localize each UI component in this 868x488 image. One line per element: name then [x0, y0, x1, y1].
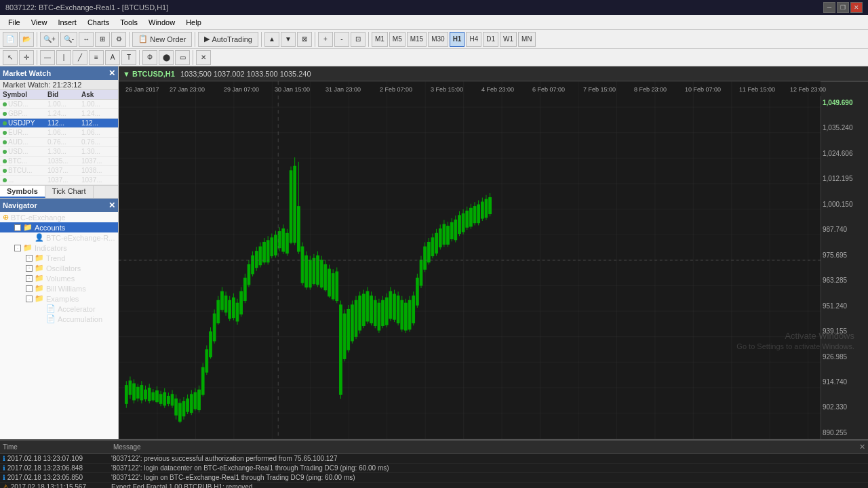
chart-main[interactable]: 1,049.690 1,035.240 1,024.606 1,012.195 … — [119, 81, 868, 439]
sell-btn[interactable]: ▼ — [281, 32, 296, 47]
navigator-close[interactable]: ✕ — [108, 201, 115, 210]
ellipse-tool[interactable]: ⬤ — [159, 50, 174, 65]
symbol-cell: USD... — [3, 100, 47, 108]
text-tool[interactable]: A — [105, 50, 120, 65]
fit-chart[interactable]: ⊡ — [351, 32, 366, 47]
price-1: 1,049.690 — [823, 99, 867, 106]
restore-button[interactable]: ❐ — [837, 2, 849, 13]
market-watch-row[interactable]: ... 1037... 1037... — [0, 176, 118, 185]
market-watch-row[interactable]: BTC... 1035... 1037... — [0, 157, 118, 166]
status-dot — [3, 169, 7, 173]
folder-icon: 📁 — [35, 264, 44, 272]
market-watch-row[interactable]: USD... 1.30... 1.30... — [0, 147, 118, 157]
tab-tick-chart[interactable]: Tick Chart — [45, 186, 94, 198]
expand-icon[interactable]: - — [26, 296, 33, 302]
tab-symbols[interactable]: Symbols — [0, 186, 45, 198]
folder-icon: 📁 — [23, 243, 33, 252]
nav-item-btc-eexchange[interactable]: ⊕BTC-eExchange — [0, 212, 118, 222]
log-icon: ℹ — [3, 464, 5, 472]
menu-window[interactable]: Window — [143, 17, 180, 28]
close-button[interactable]: ✕ — [850, 2, 863, 13]
period-d1[interactable]: D1 — [483, 32, 498, 47]
ask-cell: 1038... — [81, 167, 115, 174]
market-watch-title: Market Watch — [3, 69, 51, 77]
fib-tool[interactable]: Φ — [142, 50, 157, 65]
buy-btn[interactable]: ▲ — [264, 32, 279, 47]
auto-trade-btn[interactable]: ▶ AutoTrading — [198, 32, 258, 47]
zoom-out-btn[interactable]: 🔍- — [60, 32, 77, 47]
rect-tool[interactable]: ▭ — [175, 50, 190, 65]
nav-item-indicators[interactable]: -📁Indicators — [0, 243, 118, 253]
market-watch-row[interactable]: GBP... 1.24... 1.24... — [0, 109, 118, 119]
nav-item-bill-williams[interactable]: -📁Bill Williams — [0, 283, 118, 293]
crosshair-tool[interactable]: ✛ — [19, 50, 34, 65]
price-6: 987.740 — [823, 226, 867, 233]
menu-tools[interactable]: Tools — [115, 17, 143, 28]
nav-item-accounts[interactable]: -📁Accounts — [0, 222, 118, 232]
auto-trade-label: AutoTrading — [212, 35, 252, 43]
period-w1[interactable]: W1 — [500, 32, 517, 47]
menu-insert[interactable]: Insert — [52, 17, 82, 28]
period-h1[interactable]: H1 — [450, 32, 465, 47]
period-m15[interactable]: M15 — [407, 32, 427, 47]
zoom-in-btn[interactable]: 🔍+ — [40, 32, 59, 47]
expand-icon[interactable]: - — [14, 245, 21, 251]
market-watch-row[interactable]: BTCU... 1037... 1038... — [0, 166, 118, 176]
expand-icon[interactable]: + — [26, 275, 33, 282]
expand-icon[interactable]: + — [26, 255, 33, 262]
chart-svg — [119, 81, 821, 439]
label-tool[interactable]: T — [121, 50, 136, 65]
scroll-btn[interactable]: ↔ — [79, 32, 94, 47]
nav-item-accelerator[interactable]: 📄Accelerator — [0, 304, 118, 314]
market-watch-row[interactable]: USD... 1.00... 1.00... — [0, 100, 118, 109]
log-time-col: Time — [3, 443, 108, 451]
minimize-button[interactable]: ─ — [823, 2, 835, 13]
properties-btn[interactable]: ⚙ — [111, 32, 126, 47]
nav-item-volumes[interactable]: +📁Volumes — [0, 273, 118, 283]
folder-icon: 📁 — [35, 274, 44, 283]
open-btn[interactable]: 📂 — [19, 32, 34, 47]
nav-item-accumulation[interactable]: 📄Accumulation — [0, 314, 118, 324]
market-watch-close[interactable]: ✕ — [108, 68, 115, 78]
market-watch-row[interactable]: EUR... 1.06... 1.06... — [0, 128, 118, 138]
log-msg: '8037122': login datacenter on BTC-eExch… — [111, 464, 865, 472]
nav-item-examples[interactable]: -📁Examples — [0, 293, 118, 304]
delete-tool[interactable]: ✕ — [196, 50, 211, 65]
zoomin-chart[interactable]: + — [318, 32, 333, 47]
vline-tool[interactable]: | — [56, 50, 71, 65]
trend-tool[interactable]: ╱ — [73, 50, 87, 65]
period-mn[interactable]: MN — [518, 32, 536, 47]
bid-cell: 112... — [47, 119, 81, 127]
period-h4[interactable]: H4 — [466, 32, 481, 47]
nav-item-oscillators[interactable]: +📁Oscillators — [0, 263, 118, 273]
channel-tool[interactable]: ≡ — [89, 50, 104, 65]
market-watch-row[interactable]: AUD... 0.76... 0.76... — [0, 138, 118, 147]
period-btn[interactable]: ⊞ — [95, 32, 110, 47]
menu-help[interactable]: Help — [180, 17, 207, 28]
expand-icon[interactable]: + — [26, 265, 33, 272]
sep2 — [129, 32, 130, 47]
cursor-tool[interactable]: ↖ — [3, 50, 18, 65]
new-chart-btn[interactable]: 📄 — [3, 32, 18, 47]
market-watch-header: Market Watch ✕ — [0, 66, 118, 80]
menu-file[interactable]: File — [3, 17, 26, 28]
expand-icon[interactable]: - — [26, 285, 33, 292]
new-order-btn[interactable]: 📋 New Order — [132, 32, 192, 47]
menu-charts[interactable]: Charts — [82, 17, 115, 28]
period-m30[interactable]: M30 — [428, 32, 448, 47]
period-m1[interactable]: M1 — [372, 32, 388, 47]
price-12: 914.740 — [823, 378, 867, 386]
zoomout-chart[interactable]: - — [334, 32, 349, 47]
nav-item-trend[interactable]: +📁Trend — [0, 253, 118, 263]
chart-area: ▼ BTCUSD,H1 1033;500 1037.002 1033.500 1… — [119, 66, 868, 439]
menu-view[interactable]: View — [26, 17, 53, 28]
nav-item-btc-eexchange-r...[interactable]: 👤BTC-eExchange-R... — [0, 232, 118, 243]
expand-icon[interactable]: - — [14, 224, 21, 231]
log-collapse[interactable]: ✕ — [859, 443, 865, 451]
price-5: 1,000.150 — [823, 201, 867, 208]
market-watch-row[interactable]: USDJPY 112... 112... — [0, 119, 118, 128]
hline-tool[interactable]: — — [40, 50, 55, 65]
close-pos-btn[interactable]: ⊠ — [297, 32, 312, 47]
bid-cell: 1.24... — [47, 110, 81, 117]
period-m5[interactable]: M5 — [389, 32, 406, 47]
